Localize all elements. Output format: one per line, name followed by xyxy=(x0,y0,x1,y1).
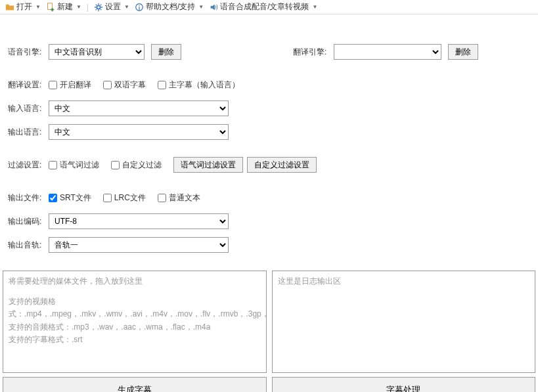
input-lang-select[interactable]: 中文 xyxy=(49,100,229,116)
new-file-icon xyxy=(46,3,55,12)
output-track-label: 输出音轨: xyxy=(8,240,49,251)
toolbar-tts[interactable]: 语音合成配音/文章转视频 ▼ xyxy=(208,1,319,12)
output-lang-label: 输出语言: xyxy=(8,127,49,138)
modal-filter-checkbox[interactable] xyxy=(49,161,57,169)
custom-filter-checkbox-wrap[interactable]: 自定义过滤 xyxy=(111,160,162,171)
drop-hint: 将需要处理的媒体文件，拖入放到这里 xyxy=(9,275,261,288)
bilingual-checkbox-wrap[interactable]: 双语字幕 xyxy=(103,79,146,91)
output-track-select[interactable]: 音轨一 xyxy=(49,237,229,253)
custom-filter-checkbox[interactable] xyxy=(111,161,120,169)
voice-engine-select[interactable]: 中文语音识别 xyxy=(49,44,145,60)
chevron-down-icon: ▼ xyxy=(76,4,81,10)
lrc-text: LRC文件 xyxy=(114,192,146,204)
output-file-label: 输出文件: xyxy=(8,192,49,204)
chevron-down-icon: ▼ xyxy=(35,4,41,10)
generate-subtitle-button[interactable]: 生成字幕 xyxy=(3,377,267,392)
voice-engine-label: 语音引擎: xyxy=(8,47,49,58)
txt-text: 普通文本 xyxy=(169,192,200,204)
log-hint: 这里是日志输出区 xyxy=(278,275,530,288)
media-drop-panel[interactable]: 将需要处理的媒体文件，拖入放到这里 支持的视频格式：.mp4，.mpeg，.mk… xyxy=(3,271,267,373)
output-enc-select[interactable]: UTF-8 xyxy=(49,213,229,229)
bilingual-checkbox[interactable] xyxy=(103,81,112,89)
srt-checkbox[interactable] xyxy=(49,194,57,202)
modal-filter-checkbox-wrap[interactable]: 语气词过滤 xyxy=(49,160,99,171)
subtitle-formats: 支持的字幕格式：.srt xyxy=(9,334,261,346)
log-panel: 这里是日志输出区 xyxy=(272,271,536,373)
srt-checkbox-wrap[interactable]: SRT文件 xyxy=(49,192,91,204)
chevron-down-icon: ▼ xyxy=(198,4,204,10)
enable-translate-checkbox[interactable] xyxy=(49,81,57,89)
modal-filter-text: 语气词过滤 xyxy=(60,160,99,171)
translate-engine-label: 翻译引擎: xyxy=(293,47,334,58)
chevron-down-icon: ▼ xyxy=(124,4,129,10)
svg-text:i: i xyxy=(139,4,140,11)
bottom-buttons: 生成字幕 字幕处理 xyxy=(0,373,538,392)
txt-checkbox[interactable] xyxy=(158,194,166,202)
svg-point-1 xyxy=(97,5,100,9)
output-lang-select[interactable]: 中文 xyxy=(49,124,229,140)
main-sub-text: 主字幕（输入语言） xyxy=(169,79,240,91)
output-enc-label: 输出编码: xyxy=(8,216,49,227)
toolbar-help-label: 帮助文档/支持 xyxy=(146,1,195,12)
txt-checkbox-wrap[interactable]: 普通文本 xyxy=(158,192,200,204)
main-sub-checkbox[interactable] xyxy=(158,81,166,89)
svg-rect-0 xyxy=(48,3,53,9)
toolbar-settings-label: 设置 xyxy=(105,1,121,12)
translate-engine-select[interactable] xyxy=(334,44,441,60)
folder-icon xyxy=(5,3,14,12)
toolbar-tts-label: 语音合成配音/文章转视频 xyxy=(220,1,309,12)
sound-icon xyxy=(209,3,218,12)
toolbar-help[interactable]: i 帮助文档/支持 ▼ xyxy=(133,1,205,12)
toolbar: 打开 ▼ 新建 ▼ | 设置 ▼ i 帮助文档/支持 ▼ 语音合成配音/文章转视… xyxy=(0,0,538,14)
audio-formats: 支持的音频格式：.mp3，.wav，.aac，.wma，.flac，.m4a xyxy=(9,321,261,334)
filter-label: 过滤设置: xyxy=(8,160,49,171)
info-icon: i xyxy=(135,3,144,12)
process-subtitle-button[interactable]: 字幕处理 xyxy=(272,377,536,392)
voice-engine-delete-button[interactable]: 删除 xyxy=(151,44,181,60)
toolbar-new[interactable]: 新建 ▼ xyxy=(45,1,83,12)
toolbar-open[interactable]: 打开 ▼ xyxy=(4,1,42,12)
input-lang-label: 输入语言: xyxy=(8,103,49,114)
modal-filter-settings-button[interactable]: 语气词过滤设置 xyxy=(173,157,243,173)
enable-translate-text: 开启翻译 xyxy=(60,79,91,91)
srt-text: SRT文件 xyxy=(60,192,91,204)
custom-filter-text: 自定义过滤 xyxy=(122,160,162,171)
enable-translate-checkbox-wrap[interactable]: 开启翻译 xyxy=(49,79,91,91)
main-sub-checkbox-wrap[interactable]: 主字幕（输入语言） xyxy=(158,79,240,91)
panels-row: 将需要处理的媒体文件，拖入放到这里 支持的视频格式：.mp4，.mpeg，.mk… xyxy=(0,271,538,373)
lrc-checkbox-wrap[interactable]: LRC文件 xyxy=(103,192,146,204)
lrc-checkbox[interactable] xyxy=(103,194,112,202)
separator: | xyxy=(87,3,89,12)
toolbar-open-label: 打开 xyxy=(16,1,32,12)
bilingual-text: 双语字幕 xyxy=(114,79,146,91)
gear-icon xyxy=(94,3,103,12)
content-area: 语音引擎: 中文语音识别 删除 翻译引擎: 删除 翻译设置: 开启翻译 双语字幕… xyxy=(0,14,538,271)
translate-settings-label: 翻译设置: xyxy=(8,79,49,91)
chevron-down-icon: ▼ xyxy=(313,4,318,10)
toolbar-settings[interactable]: 设置 ▼ xyxy=(93,1,131,12)
video-formats: 支持的视频格式：.mp4，.mpeg，.mkv，.wmv，.avi，.m4v，.… xyxy=(9,295,261,320)
translate-engine-delete-button[interactable]: 删除 xyxy=(448,44,478,60)
toolbar-new-label: 新建 xyxy=(57,1,73,12)
custom-filter-settings-button[interactable]: 自定义过滤设置 xyxy=(247,157,317,173)
